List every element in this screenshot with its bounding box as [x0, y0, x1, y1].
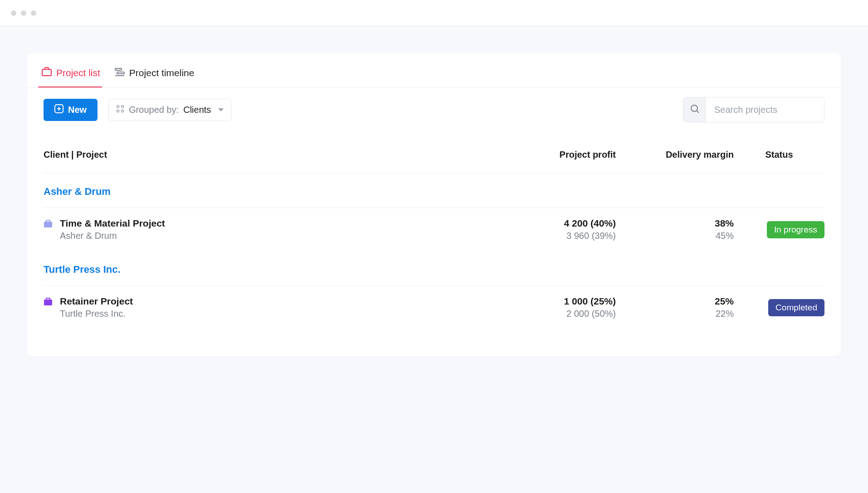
margin-primary: 38%	[616, 218, 734, 229]
traffic-light-close[interactable]	[11, 10, 16, 16]
col-status: Status	[734, 150, 824, 160]
project-profit-cell: 4 200 (40%)3 960 (39%)	[498, 218, 616, 241]
project-title: Time & Material Project	[60, 218, 165, 229]
briefcase-icon	[44, 220, 53, 230]
profit-secondary: 3 960 (39%)	[498, 231, 616, 241]
status-cell: In progress	[734, 221, 824, 238]
search-input[interactable]	[706, 99, 824, 121]
svg-point-7	[117, 105, 119, 107]
margin-primary: 25%	[616, 296, 734, 307]
profit-secondary: 2 000 (50%)	[498, 309, 616, 319]
search-icon	[690, 104, 700, 116]
client-group-header: Turtle Press Inc.	[44, 251, 824, 286]
plus-icon	[54, 104, 63, 116]
status-badge: In progress	[767, 221, 824, 238]
grouped-by-dropdown[interactable]: Grouped by: Clients	[108, 99, 231, 121]
client-link[interactable]: Asher & Drum	[44, 186, 111, 197]
svg-line-12	[697, 111, 699, 113]
grouped-value: Clients	[183, 105, 211, 115]
toolbar: New Grouped by: Clients	[27, 88, 841, 131]
svg-rect-14	[44, 300, 52, 305]
svg-rect-2	[117, 72, 124, 74]
delivery-margin-cell: 25%22%	[616, 296, 734, 319]
search-icon-container[interactable]	[683, 97, 706, 122]
client-link[interactable]: Turtle Press Inc.	[44, 264, 121, 275]
app-background: Project list Project timeline	[0, 26, 868, 493]
grid-icon	[116, 105, 124, 115]
col-client-project: Client | Project	[44, 150, 498, 160]
project-row[interactable]: Time & Material ProjectAsher & Drum4 200…	[44, 208, 824, 251]
new-button[interactable]: New	[44, 99, 98, 121]
svg-point-8	[122, 105, 124, 107]
table-section: Client | Project Project profit Delivery…	[27, 131, 841, 356]
traffic-light-zoom[interactable]	[31, 10, 36, 16]
margin-secondary: 22%	[616, 309, 734, 319]
button-label: New	[68, 105, 87, 115]
project-name-cell: Time & Material ProjectAsher & Drum	[44, 218, 498, 241]
briefcase-icon	[44, 298, 53, 308]
project-profit-cell: 1 000 (25%)2 000 (50%)	[498, 296, 616, 319]
table-header-row: Client | Project Project profit Delivery…	[44, 150, 824, 173]
svg-rect-1	[115, 68, 122, 70]
col-delivery-margin: Delivery margin	[616, 150, 734, 160]
tab-label: Project timeline	[129, 68, 195, 78]
tab-project-list[interactable]: Project list	[38, 67, 111, 87]
project-row[interactable]: Retainer ProjectTurtle Press Inc.1 000 (…	[44, 286, 824, 329]
tabs-bar: Project list Project timeline	[27, 53, 841, 88]
svg-point-11	[691, 105, 697, 111]
search-box	[683, 97, 824, 122]
chevron-down-icon	[218, 108, 224, 111]
main-card: Project list Project timeline	[27, 53, 841, 356]
delivery-margin-cell: 38%45%	[616, 218, 734, 241]
client-group-header: Asher & Drum	[44, 173, 824, 208]
status-badge: Completed	[768, 299, 824, 316]
project-client-subtitle: Asher & Drum	[60, 231, 165, 241]
project-client-subtitle: Turtle Press Inc.	[60, 309, 133, 319]
svg-point-9	[117, 110, 119, 112]
tab-label: Project list	[56, 68, 100, 78]
margin-secondary: 45%	[616, 231, 734, 241]
briefcase-icon	[42, 67, 52, 78]
traffic-light-minimize[interactable]	[21, 10, 26, 16]
profit-primary: 1 000 (25%)	[498, 296, 616, 307]
profit-primary: 4 200 (40%)	[498, 218, 616, 229]
status-cell: Completed	[734, 299, 824, 316]
svg-point-10	[122, 110, 124, 112]
project-title: Retainer Project	[60, 296, 133, 307]
timeline-icon	[115, 68, 125, 78]
window-chrome	[0, 0, 868, 26]
tab-project-timeline[interactable]: Project timeline	[111, 68, 205, 87]
col-project-profit: Project profit	[498, 150, 616, 160]
svg-rect-0	[42, 69, 51, 76]
grouped-label: Grouped by:	[129, 105, 179, 115]
svg-rect-13	[44, 222, 52, 227]
project-name-cell: Retainer ProjectTurtle Press Inc.	[44, 296, 498, 319]
